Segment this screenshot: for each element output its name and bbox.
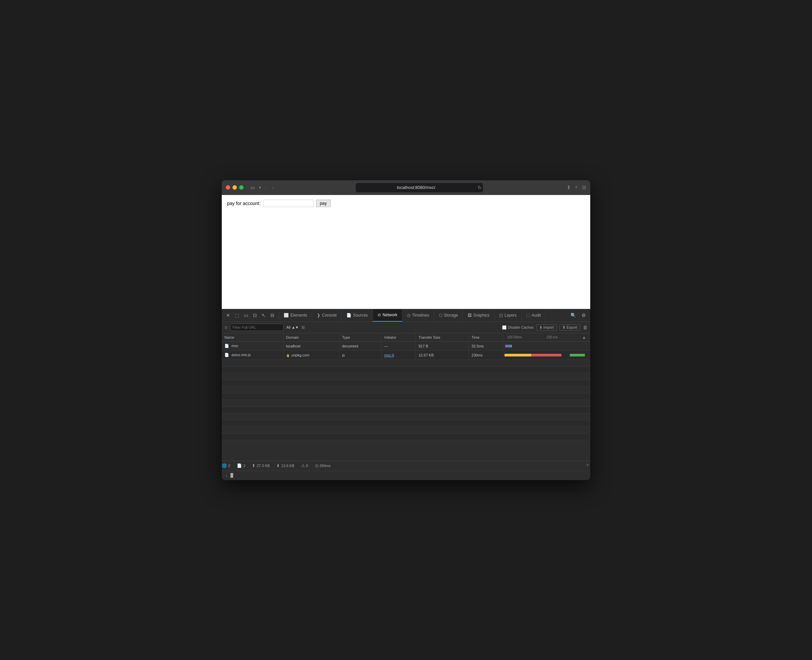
table-row[interactable]: 📄 axios.min.js 🔒 unpkg.com js mvc:6 12.6… — [222, 351, 590, 360]
timeline-marker-200: 200.ms — [546, 335, 557, 339]
tab-storage[interactable]: ⬡ Storage — [434, 309, 463, 322]
devtools-tabs: ⬜ Elements ❯ Console 📄 Sources ⊙ Network… — [279, 309, 566, 322]
devtools-toolbar-left: ✕ ⬚ ▭ ⊡ ↖ ⊟ — [222, 311, 279, 319]
tab-layers[interactable]: ◫ Layers — [495, 309, 522, 322]
cell-transfer-size: 917 B — [416, 341, 469, 351]
devtools-panel: ✕ ⬚ ▭ ⊡ ↖ ⊟ ⬜ Elements ❯ Console 📄 Sourc — [222, 309, 590, 480]
sources-icon: 📄 — [346, 313, 351, 317]
cell-timeline — [503, 341, 590, 351]
filter-options-icon[interactable]: ⊞ — [301, 325, 305, 330]
empty-row — [222, 413, 590, 420]
table-row[interactable]: 📄 mvc localhost document — 917 B 32.5ms — [222, 341, 590, 351]
collapse-timeline-button[interactable]: ▲ — [582, 335, 586, 340]
sidebar-toggle[interactable]: ▭ — [249, 184, 256, 191]
cell-time: 32.5ms — [469, 341, 503, 351]
dock-bottom-button[interactable]: ⬚ — [233, 311, 241, 319]
table-header-row: Name Domain Type Initiator Transfer Size… — [222, 333, 590, 342]
cell-transfer-size: 12.67 KB — [416, 351, 469, 360]
tab-graphics[interactable]: 🖼 Graphics — [463, 309, 495, 322]
tab-console-label: Console — [322, 313, 337, 317]
new-tab-icon[interactable]: + — [575, 184, 578, 190]
tabs-overview-icon[interactable]: ⊞ — [582, 184, 586, 190]
maximize-button[interactable] — [239, 185, 244, 190]
close-button[interactable] — [226, 185, 230, 190]
dock-side-button[interactable]: ▭ — [242, 311, 250, 319]
col-domain[interactable]: Domain — [283, 333, 339, 342]
forward-button[interactable]: › — [271, 184, 275, 191]
help-button[interactable]: ? — [585, 462, 590, 470]
filter-all-label: All — [286, 325, 290, 329]
cell-timeline — [503, 351, 590, 360]
console-prompt-icon: › — [225, 473, 228, 478]
filter-input[interactable] — [230, 324, 284, 331]
col-name[interactable]: Name — [222, 333, 283, 342]
col-timeline: 100.00ms 200.ms ▲ — [503, 333, 590, 342]
tab-console[interactable]: ❯ Console — [312, 309, 342, 322]
cell-domain: localhost — [283, 341, 339, 351]
clear-network-button[interactable]: 🗑 — [583, 325, 588, 330]
tab-elements[interactable]: ⬜ Elements — [279, 309, 312, 322]
col-type[interactable]: Type — [339, 333, 382, 342]
cell-type: document — [339, 341, 382, 351]
account-input[interactable] — [263, 200, 314, 207]
error-count: 0 — [306, 464, 308, 468]
empty-row — [222, 433, 590, 440]
responsive-button[interactable]: ⊟ — [269, 311, 276, 319]
network-table-container[interactable]: Name Domain Type Initiator Transfer Size… — [222, 333, 590, 461]
cell-domain: 🔒 unpkg.com — [283, 351, 339, 360]
tab-elements-label: Elements — [290, 313, 307, 317]
tab-sources[interactable]: 📄 Sources — [342, 309, 373, 322]
total-time: 284ms — [320, 464, 331, 468]
storage-icon: ⬡ — [439, 313, 442, 317]
download-icon: ⬇ — [276, 463, 280, 468]
cell-initiator: mvc:6 — [382, 351, 416, 360]
url-bar[interactable]: localhost:8080/mvc/ ↻ — [356, 183, 483, 192]
close-devtools-button[interactable]: ✕ — [224, 311, 232, 319]
console-bar: › — [222, 471, 590, 480]
traffic-lights — [226, 185, 244, 190]
tab-timelines[interactable]: ◷ Timelines — [402, 309, 434, 322]
tab-network[interactable]: ⊙ Network — [373, 309, 402, 322]
tab-audit[interactable]: ⬚ Audit — [522, 309, 546, 322]
filter-icon: ⊙ — [224, 325, 227, 330]
dock-detach-button[interactable]: ⊡ — [251, 311, 259, 319]
inspect-button[interactable]: ↖ — [260, 311, 267, 319]
file-icon: 📄 — [224, 344, 229, 348]
chevron-down-icon[interactable]: ▾ — [259, 185, 261, 190]
export-button[interactable]: ⬆ Export — [560, 324, 580, 331]
status-bar: 🌐 2 📄 2 ⬆ 27.3 KB ⬇ 13.6 KB ⚠ 0 ◷ 284ms — [222, 461, 590, 471]
tab-network-label: Network — [382, 313, 397, 317]
network-icon: ⊙ — [377, 313, 381, 317]
title-bar: ▭ ▾ ‹ › localhost:8080/mvc/ ↻ ⬆ + ⊞ — [222, 180, 590, 195]
empty-row — [222, 393, 590, 400]
initiator-link[interactable]: mvc:6 — [384, 353, 394, 357]
col-time[interactable]: Time — [469, 333, 503, 342]
pay-button[interactable]: pay — [316, 200, 331, 207]
transferred-size: 27.3 KB — [257, 464, 270, 468]
tab-timelines-label: Timelines — [412, 313, 429, 317]
import-button[interactable]: ⬇ Import — [536, 324, 557, 331]
globe-icon: 🌐 — [222, 463, 227, 468]
downloaded-size: 13.6 KB — [281, 464, 294, 468]
lock-icon: 🔒 — [286, 354, 290, 357]
share-icon[interactable]: ⬆ — [566, 184, 571, 190]
back-button[interactable]: ‹ — [263, 184, 268, 191]
minimize-button[interactable] — [233, 185, 237, 190]
cell-initiator: — — [382, 341, 416, 351]
tab-sources-label: Sources — [353, 313, 368, 317]
disable-caches-text: Disable Caches — [508, 325, 534, 329]
pay-form: pay for account: pay — [227, 200, 585, 207]
network-filter-bar: ⊙ All ▲▼ ⊞ Disable Caches ⬇ Import ⬆ Exp… — [222, 322, 590, 333]
empty-row — [222, 366, 590, 373]
search-button[interactable]: 🔍 — [569, 311, 578, 319]
col-initiator[interactable]: Initiator — [382, 333, 416, 342]
resources-count: 2 — [243, 464, 245, 468]
filter-all-selector[interactable]: All ▲▼ — [286, 325, 299, 329]
tab-layers-label: Layers — [504, 313, 517, 317]
settings-button[interactable]: ⚙ — [580, 311, 588, 319]
col-transfer-size[interactable]: Transfer Size — [416, 333, 469, 342]
disable-caches-checkbox[interactable] — [502, 325, 506, 330]
reload-button[interactable]: ↻ — [476, 185, 483, 190]
empty-row — [222, 379, 590, 386]
webpage-content: pay for account: pay — [222, 195, 590, 309]
